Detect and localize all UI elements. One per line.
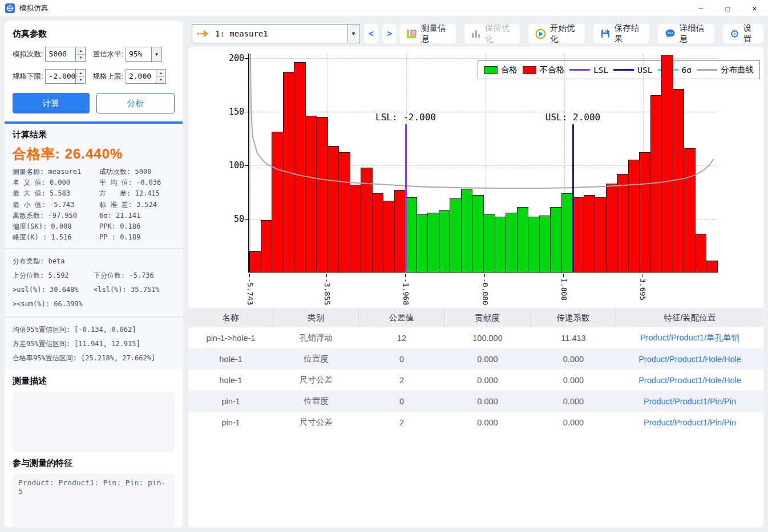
dist-stat: ><sum(%): 66.399% [13,297,99,311]
table-cell: 尺寸公差 [273,412,359,433]
close-icon[interactable]: ✕ [741,0,768,16]
stat-line: PPK: 0.186 [99,221,161,232]
nav-forward-button[interactable]: > [382,24,397,43]
y-tickmark [245,112,248,112]
table-cell: 0 [359,348,444,369]
sim-count-value[interactable]: 5000 [46,47,75,61]
upper-spec-value[interactable]: 2.000 [126,70,156,83]
stat-value: measure1 [44,168,81,176]
start-optimize-icon [535,29,546,39]
settings-button[interactable]: ⚙设置 [723,24,763,43]
table-header-cell: 传递系数 [531,308,616,327]
stat-line: 6σ: 21.141 [99,210,161,221]
usl-line-label: USL: 2.000 [545,112,600,123]
stat-label: 6σ: [99,212,112,220]
feature-path-link[interactable]: Product/Product1/Pin/Pin [616,412,763,433]
toolbar-buttons: 测量信息保留优化开始优化保存结果详细信息⚙设置 [399,24,763,43]
histogram-chart: LSL: -2.000USL: 2.000 合格不合格LSLUSL6σ分布曲线 … [188,47,763,308]
measure-select-value[interactable]: 1: measure1 [215,29,268,38]
stat-label: 分布类型: [13,257,44,265]
table-cell: 0.000 [444,391,531,412]
measure-select-combobox[interactable]: 1: measure1 ▼ [192,24,359,43]
x-tick-label: 3.695 [638,278,647,300]
nav-back-button[interactable]: < [364,24,378,43]
stat-value: -0.036 [132,178,161,186]
maximize-icon[interactable]: □ [714,0,741,16]
minimize-icon[interactable]: — [688,0,714,16]
spinner-down-icon[interactable]: ▼ [76,77,85,84]
features-list[interactable]: Product: Product1: Pin: Pin: pin-5 [13,474,175,527]
start-optimize-label: 开始优化 [550,23,578,44]
keep-optimize-icon [471,29,481,38]
table-cell: 尺寸公差 [273,369,359,391]
start-optimize-button[interactable]: 开始优化 [528,24,585,43]
x-tickmark [484,274,485,277]
spinner-down-icon[interactable]: ▼ [76,55,85,62]
feature-path-link[interactable]: Product/Product1/Hole/Hole [616,348,763,369]
analyze-button[interactable]: 分析 [96,93,175,113]
legend-label: 分布曲线 [721,64,754,75]
dist-row: >usl(%): 30.648%<lsl(%): 35.751% [13,283,175,297]
measure-info-button[interactable]: 测量信息 [399,24,456,43]
upper-spec-spinner[interactable]: 2.000 ▲▼ [126,69,166,84]
spinner-up-icon[interactable]: ▲ [156,70,165,77]
sim-count-label: 模拟次数: [13,50,43,59]
spinner-down-icon[interactable]: ▼ [156,77,165,84]
spinner-up-icon[interactable]: ▲ [76,47,85,55]
table-row[interactable]: hole-1尺寸公差20.0000.000Product/Product1/Ho… [188,369,763,391]
stat-label: 上分位数: [13,271,44,279]
x-tick-label: 1.808 [560,278,568,300]
stat-label: 成功次数: [99,168,131,176]
table-cell: 位置度 [273,391,359,412]
description-textarea[interactable] [13,392,175,452]
chevron-down-icon[interactable]: ▼ [151,47,161,61]
stat-label: 偏度(SK): [13,222,47,230]
table-row[interactable]: pin-1->hole-1孔销浮动12100.00011.413Product/… [188,327,763,348]
stat-value: 5000 [131,168,151,176]
details-label: 详细信息 [680,23,708,44]
stat-label: 离散系数: [13,212,44,220]
save-results-button[interactable]: 保存结果 [593,24,649,43]
details-button[interactable]: 详细信息 [658,24,714,43]
confidence-intervals: 均值95%置信区间: [-0.134, 0.062]方差95%置信区间: [11… [13,323,175,366]
x-tick-label: -1.968 [402,278,410,305]
lower-spec-spinner[interactable]: -2.000 ▲▼ [45,69,86,84]
stat-label: <lsl(%): [94,286,127,294]
table-cell: 100.000 [444,327,531,348]
stat-line: PP : 0.189 [99,232,161,243]
stat-value: 21.141 [112,212,141,220]
calculate-button[interactable]: 计算 [13,93,90,113]
keep-optimize-button: 保留优化 [464,24,520,43]
dist-stat: >usl(%): 30.648% [13,283,94,297]
confidence-select[interactable]: 95% ▼ [126,47,162,62]
sim-count-spinner[interactable]: 5000 ▲▼ [45,47,86,62]
dist-row: ><sum(%): 66.399% [13,297,175,311]
save-results-icon [600,29,611,39]
lower-spec-value[interactable]: -2.000 [46,70,75,83]
stat-label: 标 准 差: [99,201,132,209]
confidence-value[interactable]: 95% [126,47,151,61]
stat-value: 5.592 [44,271,68,279]
stat-line: 最 小 值: -5.743 [13,200,99,210]
table-row[interactable]: pin-1尺寸公差20.0000.000Product/Product1/Pin… [188,412,763,433]
spinner-up-icon[interactable]: ▲ [76,70,85,77]
stat-label: 名 义 值: [13,178,46,186]
simulation-params-section: 仿真参数 模拟次数: 5000 ▲▼ 置信水平: 95% ▼ 规格下限: -2.… [5,21,183,124]
stat-label: 最 小 值: [13,201,46,209]
stat-value: 0.000 [46,178,70,186]
y-tick-label: 150 [221,107,244,117]
feature-path-link[interactable]: Product/Product1/Hole/Hole [616,369,763,391]
feature-path-link[interactable]: Product/Product1/单孔单销 [616,327,763,348]
x-tick-label: -3.855 [323,278,332,305]
stat-line: 离散系数: -97.950 [13,210,99,221]
dist-stat: 下分位数: -5.736 [94,269,175,283]
x-tickmark [563,274,564,277]
chevron-down-icon[interactable]: ▼ [347,25,359,43]
stat-label: 峰度(K) : [13,233,47,241]
table-cell: pin-1 [188,391,273,412]
table-cell: 12 [359,327,444,348]
table-row[interactable]: pin-1位置度00.0000.000Product/Product1/Pin/… [188,391,763,412]
feature-path-link[interactable]: Product/Product1/Pin/Pin [616,391,763,412]
table-row[interactable]: hole-1位置度00.0000.000Product/Product1/Hol… [188,348,763,369]
stat-line: 标 准 差: 3.524 [99,200,161,210]
